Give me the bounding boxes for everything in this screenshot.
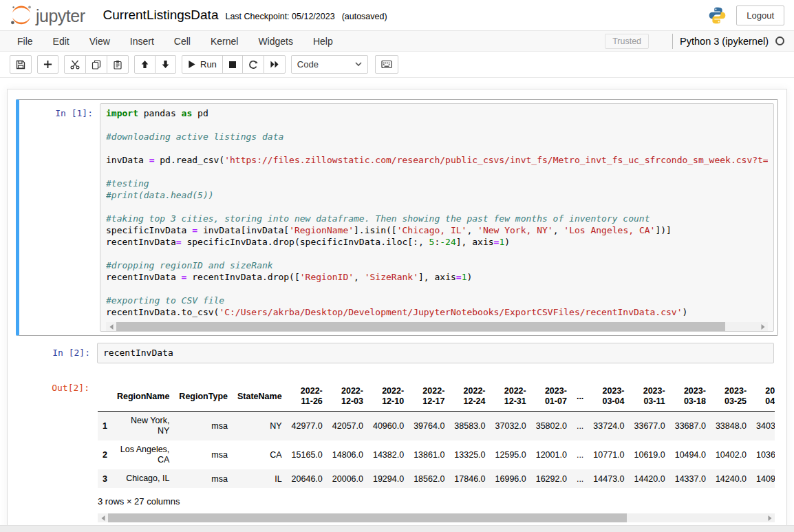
table-column-header: 2023- 03-11	[630, 382, 670, 412]
scroll-left-arrow-icon[interactable]	[98, 513, 108, 522]
table-cell: CA	[233, 440, 287, 469]
copy-cell-button[interactable]	[85, 55, 107, 74]
interrupt-kernel-button[interactable]	[222, 55, 243, 74]
code-horizontal-scrollbar[interactable]	[106, 322, 768, 331]
kernel-divider	[672, 34, 673, 49]
table-cell: ...	[572, 440, 588, 469]
scroll-left-arrow-icon[interactable]	[106, 322, 116, 331]
table-cell: 14420.0	[630, 469, 670, 488]
output-horizontal-scrollbar[interactable]	[98, 513, 775, 522]
restart-run-all-button[interactable]	[264, 55, 286, 74]
cut-cell-button[interactable]	[64, 55, 86, 74]
command-palette-button[interactable]	[375, 55, 398, 74]
cut-icon	[70, 60, 80, 70]
table-column-header: 2022- 12-24	[449, 382, 490, 412]
menu-item-view[interactable]: View	[82, 32, 118, 50]
table-cell: 20006.0	[328, 469, 368, 488]
table-cell: 13325.0	[449, 440, 490, 469]
table-column-header: RegionType	[174, 382, 233, 412]
table-cell: 14097.0	[751, 469, 775, 488]
logout-button[interactable]: Logout	[736, 6, 784, 25]
autosave-status: (autosaved)	[342, 12, 387, 21]
table-cell: 35802.0	[531, 412, 572, 441]
table-cell: New York, NY	[112, 412, 174, 441]
table-row: 3Chicago, ILmsaIL20646.020006.019294.018…	[98, 469, 775, 488]
menu-item-insert[interactable]: Insert	[122, 32, 162, 50]
row-index: 1	[98, 412, 112, 441]
code-editor-1[interactable]: import pandas as pd #downloading active …	[100, 103, 774, 332]
table-cell: 18562.0	[409, 469, 449, 488]
table-cell: 10494.0	[670, 440, 711, 469]
input-prompt-1: In [1]:	[23, 103, 100, 332]
code-cell-2[interactable]: In [2]: recentInvData	[16, 339, 778, 368]
restart-kernel-button[interactable]	[242, 55, 264, 74]
table-cell: 42977.0	[287, 412, 328, 441]
kernel-status-icon	[775, 36, 784, 45]
move-up-icon	[140, 60, 149, 69]
table-cell: 33687.0	[670, 412, 711, 441]
title-area: CurrentListingsData Last Checkpoint: 05/…	[103, 8, 387, 23]
table-cell: 10619.0	[630, 440, 670, 469]
menu-item-help[interactable]: Help	[305, 32, 341, 50]
scroll-right-arrow-icon[interactable]	[758, 322, 768, 331]
table-cell: NY	[233, 412, 287, 441]
table-cell: 34036.0	[751, 412, 775, 441]
table-cell: 14806.0	[328, 440, 368, 469]
scrollbar-thumb[interactable]	[116, 322, 725, 331]
scroll-right-arrow-icon[interactable]	[764, 513, 775, 522]
notebook-title[interactable]: CurrentListingsData	[103, 8, 219, 23]
table-cell: ...	[572, 412, 588, 441]
copy-icon	[92, 60, 101, 70]
toolbar: Run Code	[0, 52, 794, 78]
save-icon	[16, 60, 25, 70]
stop-icon	[228, 61, 237, 69]
table-cell: Los Angeles, CA	[112, 440, 174, 469]
table-cell: 10364.0	[751, 440, 775, 469]
menu-item-file[interactable]: File	[10, 32, 41, 50]
table-cell: 10771.0	[588, 440, 629, 469]
paste-cell-button[interactable]	[107, 55, 129, 74]
table-cell: 14240.0	[711, 469, 751, 488]
scrollbar-track[interactable]	[116, 322, 758, 331]
table-column-header: 2023- 03-04	[588, 382, 629, 412]
table-cell: Chicago, IL	[112, 469, 174, 488]
checkpoint-status: Last Checkpoint: 05/12/2023	[225, 12, 334, 21]
page-horizontal-scrollbar[interactable]	[0, 525, 794, 532]
table-cell: 16292.0	[531, 469, 572, 488]
table-column-header: RegionName	[112, 382, 174, 412]
play-icon	[188, 60, 196, 69]
table-cell: 38583.0	[449, 412, 490, 441]
menu-item-edit[interactable]: Edit	[45, 32, 77, 50]
output-prompt: Out[2]:	[19, 375, 96, 522]
menu-item-widgets[interactable]: Widgets	[250, 32, 301, 50]
save-button[interactable]	[10, 55, 32, 74]
menu-item-kernel[interactable]: Kernel	[203, 32, 246, 50]
table-column-header: 2022- 12-17	[409, 382, 449, 412]
add-cell-icon	[43, 60, 52, 69]
output-content: RegionNameRegionTypeStateName2022- 11-26…	[96, 375, 775, 522]
menu-item-cell[interactable]: Cell	[167, 32, 198, 50]
trusted-badge: Trusted	[605, 34, 649, 49]
cell-type-select[interactable]: Code	[291, 55, 368, 74]
kernel-name: Python 3 (ipykernel)	[680, 36, 769, 47]
scrollbar-track[interactable]	[108, 513, 764, 522]
table-cell: 33848.0	[711, 412, 751, 441]
table-cell: 33677.0	[630, 412, 670, 441]
notebook-container: In [1]: import pandas as pd #downloading…	[7, 89, 787, 531]
table-cell: 16996.0	[491, 469, 531, 488]
table-column-header: 2023- 03-18	[670, 382, 711, 412]
add-cell-button[interactable]	[37, 55, 58, 74]
move-cell-down-button[interactable]	[155, 55, 176, 74]
table-cell: 40960.0	[368, 412, 409, 441]
code-cell-1[interactable]: In [1]: import pandas as pd #downloading…	[16, 99, 778, 336]
jupyter-logo[interactable]: jupyter	[10, 5, 85, 26]
table-cell: 13861.0	[409, 440, 449, 469]
paste-icon	[113, 60, 122, 70]
code-content-2: recentInvData	[103, 347, 768, 363]
table-cell: 10402.0	[711, 440, 751, 469]
run-button[interactable]: Run	[182, 55, 223, 74]
code-editor-2[interactable]: recentInvData	[97, 343, 774, 363]
move-cell-up-button[interactable]	[134, 55, 155, 74]
scrollbar-thumb[interactable]	[108, 513, 627, 522]
table-cell: 20646.0	[287, 469, 328, 488]
